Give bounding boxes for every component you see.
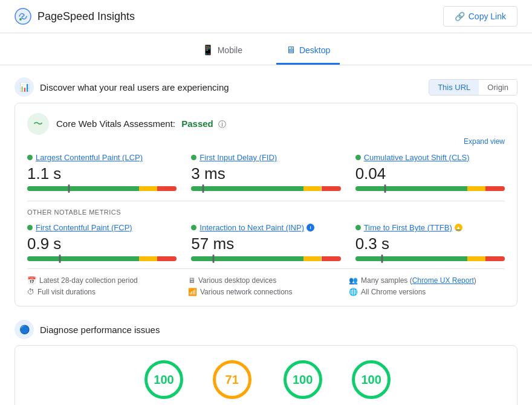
metric-ttfb-value: 0.3 s <box>355 235 505 253</box>
metric-inp-label[interactable]: Interaction to Next Paint (INP) i <box>191 223 340 232</box>
score-accessibility: 71 Accessibility <box>210 360 253 405</box>
score-accessibility-circle: 71 <box>213 360 251 399</box>
tab-bar: 📱 Mobile 🖥 Desktop <box>0 33 532 65</box>
people-icon: 👥 <box>349 276 358 285</box>
main-content: 📊 Discover what your real users are expe… <box>0 65 532 405</box>
metric-fid: First Input Delay (FID) 3 ms <box>191 153 340 191</box>
link-icon: 🔗 <box>455 11 465 21</box>
expand-view[interactable]: Expand view <box>27 137 505 146</box>
copy-link-button[interactable]: 🔗 Copy Link <box>443 6 517 27</box>
score-performance: 100 Performance <box>141 360 186 405</box>
score-seo-circle: 100 <box>352 360 391 399</box>
metric-lcp: Largest Contentful Paint (LCP) 1.1 s <box>27 153 177 191</box>
pagespeed-logo-icon <box>15 8 31 25</box>
header: PageSpeed Insights 🔗 Copy Link <box>0 0 532 33</box>
metric-ttfb-bar <box>355 256 505 261</box>
metric-cls: Cumulative Layout Shift (CLS) 0.04 <box>355 153 505 191</box>
discover-icon: 📊 <box>15 77 34 97</box>
metric-cls-label[interactable]: Cumulative Layout Shift (CLS) <box>355 153 505 162</box>
score-performance-circle: 100 <box>144 360 183 399</box>
metric-inp-value: 57 ms <box>191 235 340 253</box>
info-row: 📅 Latest 28-day collection period ⏱ Full… <box>27 268 505 296</box>
metric-cls-bar <box>355 186 505 191</box>
tab-mobile[interactable]: 📱 Mobile <box>192 39 252 65</box>
cwv-title-label: Core Web Vitals Assessment: Passed ⓘ <box>56 118 226 130</box>
metric-lcp-bar <box>27 186 177 191</box>
metric-fcp-value: 0.9 s <box>27 235 177 253</box>
app-title: PageSpeed Insights <box>37 10 135 23</box>
discover-title: Discover what your real users are experi… <box>40 82 229 92</box>
info-chrome-versions: 🌐 All Chrome versions <box>349 288 505 296</box>
cwv-help-icon[interactable]: ⓘ <box>218 120 226 129</box>
other-metrics-label: OTHER NOTABLE METRICS <box>27 201 505 216</box>
scores-card: 100 Performance 71 Accessibility 100 Bes… <box>15 345 517 405</box>
this-url-button[interactable]: This URL <box>429 80 479 95</box>
score-best-practices-circle: 100 <box>284 360 322 399</box>
metric-cls-value: 0.04 <box>355 164 505 183</box>
monitor-icon: 🖥 <box>188 276 195 285</box>
chrome-ux-link[interactable]: Chrome UX Report <box>412 276 474 285</box>
metric-ttfb-label[interactable]: Time to First Byte (TTFB) ▲ <box>355 223 505 232</box>
info-desktop-devices: 🖥 Various desktop devices <box>188 276 344 285</box>
origin-button[interactable]: Origin <box>479 80 517 95</box>
metric-fcp-bar <box>27 256 177 261</box>
mobile-icon: 📱 <box>202 44 214 56</box>
cwv-status-badge: Passed <box>181 118 213 129</box>
metric-fcp: First Contentful Paint (FCP) 0.9 s <box>27 223 177 261</box>
timer-icon: ⏱ <box>27 288 34 296</box>
core-metrics-row: Largest Contentful Paint (LCP) 1.1 s Fir… <box>27 153 505 191</box>
metric-inp: Interaction to Next Paint (INP) i 57 ms <box>191 223 340 261</box>
info-collection-period: 📅 Latest 28-day collection period <box>27 276 183 285</box>
url-toggle: This URL Origin <box>429 79 517 96</box>
scores-row: 100 Performance 71 Accessibility 100 Bes… <box>27 355 505 405</box>
diagnose-title: Diagnose performance issues <box>40 325 160 335</box>
info-full-visit: ⏱ Full visit durations <box>27 288 183 296</box>
metric-fid-bar <box>191 186 340 191</box>
inp-info-icon[interactable]: i <box>307 224 314 232</box>
metric-fcp-label[interactable]: First Contentful Paint (FCP) <box>27 223 177 232</box>
metric-lcp-label[interactable]: Largest Contentful Paint (LCP) <box>27 153 177 162</box>
score-seo: 100 SEO <box>352 360 391 405</box>
cwv-icon: 〜 <box>27 113 49 135</box>
metric-fid-value: 3 ms <box>191 164 340 183</box>
cwv-header-row: 〜 Core Web Vitals Assessment: Passed ⓘ <box>27 113 505 135</box>
metric-lcp-value: 1.1 s <box>27 164 177 183</box>
logo-area: PageSpeed Insights <box>15 8 135 25</box>
cwv-card: 〜 Core Web Vitals Assessment: Passed ⓘ E… <box>15 103 517 306</box>
chrome-icon: 🌐 <box>349 288 358 296</box>
desktop-icon: 🖥 <box>286 45 296 56</box>
score-best-practices: 100 Best Practices <box>277 360 328 405</box>
discover-section-header: 📊 Discover what your real users are expe… <box>15 73 517 103</box>
diagnose-section-header: 🔵 Diagnose performance issues <box>15 316 517 345</box>
ttfb-warn-icon[interactable]: ▲ <box>455 224 462 232</box>
other-metrics-row: First Contentful Paint (FCP) 0.9 s Inter… <box>27 223 505 261</box>
metric-fid-label[interactable]: First Input Delay (FID) <box>191 153 340 162</box>
diagnose-icon: 🔵 <box>15 320 34 339</box>
metric-inp-bar <box>191 256 340 261</box>
metric-ttfb: Time to First Byte (TTFB) ▲ 0.3 s <box>355 223 505 261</box>
wifi-icon: 📶 <box>188 288 197 296</box>
tab-desktop[interactable]: 🖥 Desktop <box>276 39 340 65</box>
info-samples: 👥 Many samples (Chrome UX Report) <box>349 276 505 285</box>
svg-point-1 <box>19 18 22 21</box>
calendar-icon: 📅 <box>27 276 36 285</box>
info-network: 📶 Various network connections <box>188 288 344 296</box>
